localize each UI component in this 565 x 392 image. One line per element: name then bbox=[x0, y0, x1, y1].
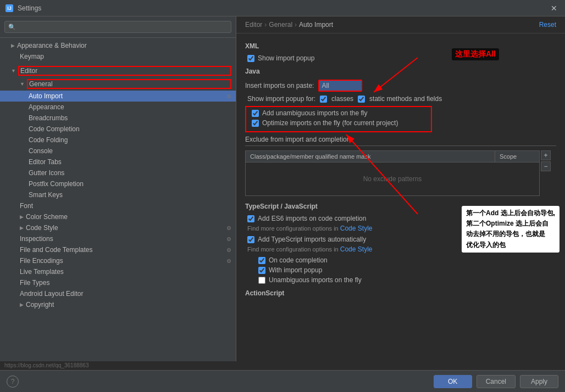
app-icon: IJ bbox=[5, 4, 13, 12]
sidebar-item-postfix-completion[interactable]: Postfix Completion bbox=[0, 178, 236, 189]
dialog-title: Settings bbox=[18, 4, 41, 12]
sidebar-item-copyright[interactable]: Copyright bbox=[0, 299, 236, 310]
content-scroll: XML Show import popup Java Insert import… bbox=[236, 33, 565, 370]
sidebar-item-smart-keys[interactable]: Smart Keys bbox=[0, 189, 236, 200]
table-buttons: + − bbox=[541, 150, 551, 171]
classes-label: classes bbox=[331, 95, 353, 103]
sidebar-item-label: Appearance & Behavior bbox=[17, 42, 231, 49]
unambiguous-checkbox[interactable] bbox=[258, 277, 265, 284]
sidebar-item-label: Keymap bbox=[20, 53, 231, 60]
tree-arrow bbox=[20, 225, 24, 231]
sidebar-item-label: File Types bbox=[20, 279, 231, 287]
sidebar-item-file-types[interactable]: File Types bbox=[0, 277, 236, 288]
with-import-popup-label: With import popup bbox=[269, 266, 322, 274]
exclude-section: Class/package/member qualified name mask… bbox=[245, 150, 540, 196]
optimize-imports-row: Optimize imports on the fly (for current… bbox=[250, 119, 428, 127]
sidebar-item-editor-tabs[interactable]: Editor Tabs bbox=[0, 156, 236, 167]
sidebar-item-code-style[interactable]: Code Style ⚙ bbox=[0, 222, 236, 233]
tree-arrow bbox=[11, 43, 15, 48]
sidebar-item-file-encodings[interactable]: File Encodings ⚙ bbox=[0, 255, 236, 266]
remove-pattern-button[interactable]: − bbox=[541, 161, 551, 171]
code-style-link-2[interactable]: Code Style bbox=[340, 245, 373, 253]
sidebar-item-keymap[interactable]: Keymap bbox=[0, 51, 236, 62]
sidebar-item-label: File and Code Templates bbox=[20, 246, 224, 254]
add-es6-checkbox[interactable] bbox=[247, 215, 254, 222]
sidebar-item-file-code-templates[interactable]: File and Code Templates ⚙ bbox=[0, 244, 236, 255]
close-button[interactable]: ✕ bbox=[549, 3, 560, 14]
sidebar-item-label: Inspections bbox=[20, 235, 224, 243]
sidebar-item-label: Editor Tabs bbox=[29, 158, 231, 166]
tree-arrow bbox=[20, 81, 25, 87]
sidebar-item-label: Copyright bbox=[26, 301, 231, 309]
exclude-section-label: Exclude from import and completion: bbox=[245, 136, 556, 146]
sidebar-item-editor[interactable]: Editor bbox=[0, 64, 236, 77]
sidebar: 🔍 Appearance & Behavior Keymap Editor bbox=[0, 16, 236, 370]
sidebar-item-color-scheme[interactable]: Color Scheme bbox=[0, 211, 236, 222]
sidebar-item-code-completion[interactable]: Code Completion bbox=[0, 124, 236, 135]
find-more-1-row: Find more configuration options in Code … bbox=[245, 225, 556, 232]
reset-button[interactable]: Reset bbox=[539, 21, 556, 29]
gear-icon: ⚙ bbox=[226, 225, 231, 231]
sidebar-item-auto-import[interactable]: Auto Import ⚙ bbox=[0, 91, 236, 102]
help-button[interactable]: ? bbox=[7, 376, 19, 388]
static-methods-checkbox[interactable] bbox=[358, 96, 365, 103]
gear-icon: ⚙ bbox=[226, 236, 231, 242]
sidebar-item-gutter-icons[interactable]: Gutter Icons bbox=[0, 167, 236, 178]
add-unambiguous-row: Add unambiguous imports on the fly bbox=[250, 109, 428, 117]
bottom-left: ? bbox=[7, 376, 19, 388]
search-wrap[interactable]: 🔍 bbox=[4, 21, 231, 33]
sidebar-item-code-folding[interactable]: Code Folding bbox=[0, 135, 236, 145]
insert-imports-select[interactable]: All Ask None bbox=[318, 80, 362, 92]
sidebar-item-live-templates[interactable]: Live Templates bbox=[0, 266, 236, 277]
unambiguous-label: Unambiguous imports on the fly bbox=[269, 276, 362, 284]
breadcrumb: Editor › General › Auto Import bbox=[245, 21, 333, 29]
url-bar: https://blog.csdn.net/qq_36188863 bbox=[0, 361, 565, 370]
sidebar-item-appearance[interactable]: Appearance bbox=[0, 102, 236, 113]
gear-icon: ⚙ bbox=[226, 93, 231, 99]
add-ts-label: Add TypeScript imports automatically bbox=[258, 236, 366, 243]
insert-imports-select-wrap: All Ask None bbox=[318, 80, 362, 92]
optimize-imports-label: Optimize imports on the fly (for current… bbox=[262, 119, 398, 127]
java-section-title: Java bbox=[245, 68, 556, 75]
sidebar-item-label: Console bbox=[29, 147, 231, 155]
sidebar-item-inspections[interactable]: Inspections ⚙ bbox=[0, 233, 236, 244]
sidebar-item-breadcrumbs[interactable]: Breadcrumbs bbox=[0, 113, 236, 124]
breadcrumb-bar: Editor › General › Auto Import Reset bbox=[236, 16, 565, 33]
optimize-imports-checkbox[interactable] bbox=[252, 120, 259, 127]
sidebar-item-console[interactable]: Console bbox=[0, 145, 236, 156]
sidebar-item-general[interactable]: General bbox=[0, 77, 236, 91]
sidebar-item-android-layout-editor[interactable]: Android Layout Editor bbox=[0, 288, 236, 299]
find-more-1-text: Find more configuration options in bbox=[247, 225, 339, 232]
xml-section-title: XML bbox=[245, 42, 556, 50]
add-es6-row: Add ES6 imports on code completion bbox=[245, 215, 556, 222]
add-ts-row: Add TypeScript imports automatically bbox=[245, 236, 556, 243]
search-input[interactable] bbox=[18, 23, 228, 31]
ts-section-title: TypeScript / JavaScript bbox=[245, 203, 556, 210]
apply-button[interactable]: Apply bbox=[520, 375, 558, 388]
exclude-table: Class/package/member qualified name mask… bbox=[245, 150, 540, 196]
sidebar-item-label: Editor bbox=[18, 66, 231, 76]
sidebar-item-label: Code Folding bbox=[29, 136, 231, 144]
breadcrumb-sep2: › bbox=[295, 21, 297, 29]
sidebar-item-font[interactable]: Font bbox=[0, 200, 236, 211]
help-icon: ? bbox=[11, 378, 15, 385]
sidebar-item-appearance-behavior[interactable]: Appearance & Behavior bbox=[0, 40, 236, 51]
add-pattern-button[interactable]: + bbox=[541, 150, 551, 160]
gear-icon: ⚙ bbox=[226, 247, 231, 253]
breadcrumb-editor: Editor bbox=[245, 21, 262, 29]
sidebar-item-label: General bbox=[27, 79, 231, 89]
static-methods-label: static methods and fields bbox=[369, 95, 442, 103]
on-code-completion-checkbox[interactable] bbox=[258, 257, 265, 264]
show-import-popup-checkbox[interactable] bbox=[247, 55, 254, 62]
tree-arrow bbox=[11, 68, 16, 74]
ok-button[interactable]: OK bbox=[434, 375, 472, 388]
cancel-button[interactable]: Cancel bbox=[477, 375, 516, 388]
sidebar-item-label: Gutter Icons bbox=[29, 169, 231, 177]
code-style-link-1[interactable]: Code Style bbox=[340, 225, 373, 232]
add-ts-checkbox[interactable] bbox=[247, 236, 254, 243]
with-import-popup-checkbox[interactable] bbox=[258, 267, 265, 274]
actionscript-section-title: ActionScript bbox=[245, 289, 556, 297]
classes-checkbox[interactable] bbox=[320, 96, 327, 103]
add-unambiguous-checkbox[interactable] bbox=[252, 110, 259, 117]
show-popup-for-row: Show import popup for: classes static me… bbox=[245, 95, 556, 103]
